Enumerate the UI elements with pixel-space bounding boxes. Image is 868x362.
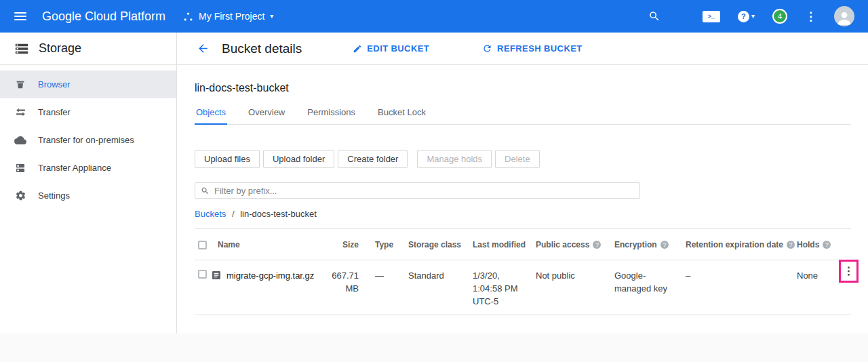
sidebar-header: Storage [0,33,176,65]
bucket-details-content: lin-docs-test-bucket Objects Overview Pe… [177,65,868,334]
more-options-icon[interactable]: ⋮ [805,9,816,24]
topbar: Google Cloud Platform My First Project ▾… [0,0,868,33]
sidebar-item-transfer[interactable]: Transfer [0,98,176,126]
annotation-highlight: ⋮ [839,260,859,283]
objects-table: Name Size Type Storage class Last modifi… [195,229,851,315]
project-selector[interactable]: My First Project ▾ [183,11,273,22]
delete-button: Delete [495,150,540,168]
help-icon[interactable]: ? [593,241,601,249]
breadcrumb-current: lin-docs-test-bucket [240,209,317,219]
app-body: Storage Browser Transfer Transfer for on… [0,33,868,334]
bucket-name: lin-docs-test-bucket [195,82,851,94]
breadcrumb-separator: / [232,209,235,219]
back-button[interactable] [197,42,210,55]
cell-storage-class: Standard [408,269,473,282]
project-icon [183,12,193,22]
refresh-bucket-label: REFRESH BUCKET [497,43,583,54]
breadcrumb: Buckets / lin-docs-test-bucket [195,209,851,219]
help-icon[interactable]: ? [823,241,831,249]
sidebar-item-label: Browser [38,79,71,89]
brand-title[interactable]: Google Cloud Platform [42,9,165,24]
edit-bucket-button[interactable]: EDIT BUCKET [353,43,429,54]
filter-search-icon [201,186,210,195]
edit-bucket-label: EDIT BUCKET [367,43,429,54]
caret-down-icon: ▾ [270,13,273,20]
tab-overview[interactable]: Overview [247,103,286,124]
column-header-public-access: Public access? [536,240,614,249]
sidebar-nav: Browser Transfer Transfer for on-premise… [0,65,176,209]
table-header-row: Name Size Type Storage class Last modifi… [195,229,851,260]
column-header-type: Type [363,240,408,249]
select-all-checkbox[interactable] [198,241,207,249]
sidebar-item-transfer-appliance[interactable]: Transfer Appliance [0,154,176,182]
row-menu-icon[interactable]: ⋮ [844,266,854,277]
tab-permissions[interactable]: Permissions [306,103,357,124]
menu-icon[interactable] [14,12,26,20]
cell-encryption: Google-managed key [614,269,686,295]
breadcrumb-buckets-link[interactable]: Buckets [195,209,226,219]
help-icon: ? [738,11,749,22]
sidebar-item-transfer-on-premises[interactable]: Transfer for on-premises [0,126,176,154]
project-name: My First Project [199,11,264,22]
refresh-bucket-button[interactable]: REFRESH BUCKET [482,43,583,54]
cloud-upload-icon [14,134,26,146]
avatar[interactable] [834,6,854,26]
column-header-last-modified: Last modified [473,240,536,249]
notifications-badge[interactable]: 4 [772,9,787,24]
sidebar-item-label: Transfer for on-premises [38,135,134,145]
manage-holds-button: Manage holds [417,150,492,168]
column-header-retention: Retention expiration date? [686,240,797,249]
sidebar-item-label: Settings [38,190,70,201]
file-icon [211,270,222,281]
help-menu[interactable]: ? ▾ [738,11,755,22]
cell-holds: None [797,269,837,282]
row-checkbox[interactable] [198,270,207,279]
page-title: Bucket details [222,41,302,56]
gear-icon [14,190,26,201]
pencil-icon [353,44,362,54]
tab-bucket-lock[interactable]: Bucket Lock [376,103,427,124]
sidebar-item-browser[interactable]: Browser [0,71,176,98]
help-icon[interactable]: ? [787,241,795,249]
refresh-icon [482,43,492,54]
object-name-link[interactable]: migrate-gcp-img.tar.gz [226,269,314,282]
sidebar-item-settings[interactable]: Settings [0,182,176,209]
column-header-name: Name [211,240,329,249]
object-actions: Upload files Upload folder Create folder… [195,150,851,168]
cell-public-access: Not public [536,269,614,282]
cell-last-modified: 1/3/20, 1:04:58 PM UTC-5 [473,269,536,308]
upload-files-button[interactable]: Upload files [195,150,260,168]
appliance-icon [14,163,26,174]
table-row: migrate-gcp-img.tar.gz 667.71 MB — Stand… [195,260,851,315]
filter-box [195,182,640,199]
transfer-arrows-icon [14,106,26,118]
column-header-storage-class: Storage class [408,240,473,249]
column-header-size: Size [329,240,363,249]
cell-type: — [363,269,408,282]
cloud-shell-icon[interactable]: >_ [703,11,720,22]
help-icon[interactable]: ? [660,241,669,249]
filter-input[interactable] [214,186,634,196]
page-header: Bucket details EDIT BUCKET REFRESH BUCKE… [177,33,868,65]
tab-bar: Objects Overview Permissions Bucket Lock [195,103,851,125]
upload-folder-button[interactable]: Upload folder [263,150,334,168]
bucket-icon [14,79,26,90]
main-panel: Bucket details EDIT BUCKET REFRESH BUCKE… [177,33,868,334]
sidebar: Storage Browser Transfer Transfer for on… [0,33,177,334]
cell-retention: – [686,269,797,282]
create-folder-button[interactable]: Create folder [338,150,408,168]
sidebar-item-label: Transfer [38,107,71,117]
storage-icon [14,41,29,56]
column-header-encryption: Encryption? [614,240,686,249]
sidebar-item-label: Transfer Appliance [38,163,111,173]
shell-prompt-glyph: >_ [708,13,715,20]
column-header-holds: Holds? [797,240,837,249]
cell-size: 667.71 MB [329,269,363,295]
tab-objects[interactable]: Objects [195,103,227,125]
search-icon[interactable] [648,10,660,22]
sidebar-title: Storage [39,41,81,56]
caret-down-icon: ▾ [751,13,755,20]
